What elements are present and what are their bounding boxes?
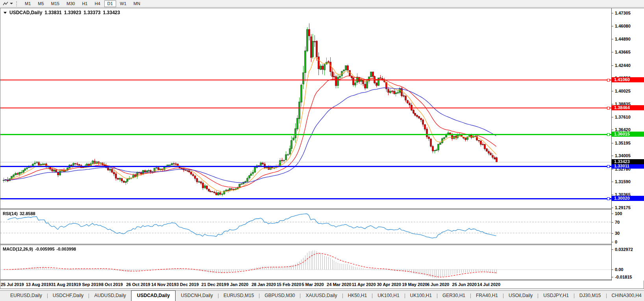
- chart-tab-audusd-daily[interactable]: AUDUSD,Daily: [89, 291, 131, 301]
- line-drag-marker[interactable]: [607, 79, 610, 82]
- pane-separator[interactable]: [0, 244, 644, 245]
- line-chart-icon: [3, 1, 9, 6]
- price-scale-label: 0.00: [615, 267, 623, 272]
- main-chart-canvas[interactable]: [0, 8, 611, 208]
- price-scale-label: 0.032972: [615, 247, 633, 252]
- price-scale-label: 70: [615, 220, 620, 225]
- date-axis-label: 9 Jan 2020: [226, 282, 248, 287]
- date-axis-label: 21 Dec 2019: [202, 282, 226, 287]
- line-drag-marker[interactable]: [607, 165, 610, 168]
- date-axis-label: 13 Aug 2019: [26, 282, 51, 287]
- horizontal-line-1.33011[interactable]: [0, 166, 611, 167]
- price-line-tag: 1.30020: [612, 196, 644, 201]
- price-scale-label: 1.46080: [615, 24, 631, 28]
- price-line-tag: 1.41060: [612, 77, 644, 82]
- date-axis-label: 25 Jun 2020: [452, 282, 477, 287]
- timeframe-button-h4[interactable]: H4: [91, 0, 103, 7]
- date-axis[interactable]: 25 Jul 201913 Aug 201931 Aug 201919 Sep …: [0, 281, 644, 288]
- timeframe-button-d1[interactable]: D1: [104, 0, 116, 7]
- horizontal-line-1.36015[interactable]: [0, 134, 611, 135]
- rsi-value: 32.8588: [20, 211, 35, 216]
- timeframe-button-m1[interactable]: M1: [22, 0, 34, 7]
- chart-tab-ger30-h1[interactable]: GER30,H1: [437, 291, 470, 301]
- chart-tab-bar: EURUSD,DailyUSDCHF,DailyAUDUSD,DailyUSDC…: [0, 290, 644, 301]
- timeframe-button-m30[interactable]: M30: [63, 0, 78, 7]
- price-scale-label: 1.29175: [615, 205, 631, 210]
- chart-tab-eurusd-daily[interactable]: EURUSD,Daily: [5, 291, 47, 301]
- price-line-tag: 1.33423: [612, 159, 644, 164]
- rsi-name: RSI(14): [3, 211, 18, 216]
- chart-tools-dropdown[interactable]: [2, 1, 14, 6]
- ohlc-close: 1.33423: [103, 10, 120, 15]
- price-scale-label: 100: [615, 211, 622, 216]
- date-axis-label: 14 Jul 2020: [477, 282, 500, 287]
- price-scale-label: 1.44890: [615, 37, 631, 41]
- chart-tab-fra40-h1[interactable]: FRA40,H1: [471, 291, 503, 301]
- price-scale-label: -0.01815: [615, 275, 632, 279]
- date-axis-label: 15 Feb 2020: [277, 282, 301, 287]
- price-scale-tick: [612, 104, 613, 104]
- date-axis-label: 30 Apr 2020: [377, 282, 401, 287]
- price-scale-tick: [612, 208, 613, 208]
- price-scale-label: 1.42440: [615, 63, 631, 68]
- date-axis-label: 26 Oct 2019: [126, 282, 150, 287]
- dropdown-caret-icon: [10, 3, 13, 4]
- date-axis-label: 19 May 2020: [402, 282, 427, 287]
- chart-tab-uk100-h1[interactable]: UK100,H1: [405, 291, 437, 301]
- date-axis-label: 11 Apr 2020: [352, 282, 376, 287]
- rsi-indicator-canvas[interactable]: [0, 210, 611, 244]
- chart-tab-gbpusd-m30[interactable]: GBPUSD,M30: [259, 291, 300, 301]
- chart-tab-usdchf-daily[interactable]: USDCHF,Daily: [48, 291, 89, 301]
- macd-name: MACD(12,26,9): [3, 247, 33, 251]
- price-scale-tick: [612, 182, 613, 182]
- timeframe-button-h1[interactable]: H1: [79, 0, 91, 7]
- price-scale-label: 1.47305: [615, 11, 631, 15]
- chart-tab-usdcnh-daily[interactable]: USDCNH,Daily: [176, 291, 218, 301]
- ohlc-low: 1.33373: [83, 10, 100, 15]
- line-drag-marker[interactable]: [607, 107, 610, 110]
- date-axis-label: 3 Dec 2019: [176, 282, 199, 287]
- chart-tab-usoil-daily[interactable]: USOil,Daily: [503, 291, 538, 301]
- macd-indicator-canvas[interactable]: [0, 245, 611, 279]
- ohlc-high: 1.33923: [64, 10, 81, 15]
- macd-value-main: -0.005995: [35, 247, 55, 251]
- date-axis-label: 28 Jan 2020: [252, 282, 276, 287]
- horizontal-line-1.38464[interactable]: [0, 108, 611, 108]
- chart-tab-china300-h4[interactable]: CHINA300,H4: [607, 291, 644, 301]
- line-drag-marker[interactable]: [607, 133, 610, 136]
- timeframe-button-m15[interactable]: M15: [48, 0, 63, 7]
- price-scale-tick: [612, 13, 613, 13]
- timeframe-button-group: M1M5M15M30H1H4D1W1MN: [21, 0, 144, 7]
- price-scale-tick: [612, 91, 613, 91]
- timeframe-button-m5[interactable]: M5: [35, 0, 47, 7]
- price-scale-label: 1.37610: [615, 115, 631, 119]
- price-scale-tick: [612, 214, 613, 214]
- horizontal-line-1.30020[interactable]: [0, 198, 611, 199]
- chart-title-row: USDCAD,Daily 1.33831 1.33923 1.33373 1.3…: [4, 10, 122, 15]
- chart-tab-hk50-h1[interactable]: HK50,H1: [343, 291, 372, 301]
- chart-tab-eurusd-m15[interactable]: EURUSD,M15: [218, 291, 259, 301]
- macd-value-signal: -0.003998: [57, 247, 76, 251]
- pane-separator[interactable]: [0, 208, 644, 210]
- mt4-terminal: { "toolbar": { "timeframes": ["M1","M5",…: [0, 0, 644, 301]
- chart-tab-usdcad-daily[interactable]: USDCAD,Daily: [131, 290, 176, 301]
- chart-tab-dj30-m15[interactable]: DJ30,M15: [574, 291, 606, 301]
- chart-tab-uk100-h1[interactable]: UK100,H1: [372, 291, 404, 301]
- horizontal-line-1.41060[interactable]: [0, 80, 611, 80]
- price-scale-tick: [612, 65, 613, 66]
- chart-tab-usdjpy-h1[interactable]: USDJPY,H1: [538, 291, 574, 301]
- timeframe-button-mn[interactable]: MN: [130, 0, 143, 7]
- timeframe-button-w1[interactable]: W1: [117, 0, 130, 7]
- price-scale-tick: [612, 39, 613, 39]
- price-scale-tick: [612, 233, 613, 234]
- price-scale-label: 0: [615, 240, 617, 244]
- price-scale[interactable]: 1.473051.460801.448901.436651.424401.412…: [611, 8, 644, 281]
- date-axis-label: 24 Mar 2020: [327, 282, 351, 287]
- price-scale-tick: [612, 117, 613, 117]
- chart-collapse-icon[interactable]: [4, 12, 7, 14]
- price-scale-tick: [612, 195, 613, 195]
- line-drag-marker[interactable]: [607, 197, 610, 200]
- price-scale-tick: [612, 130, 613, 130]
- chart-title: USDCAD,Daily: [9, 10, 42, 15]
- chart-tab-xauusd-daily[interactable]: XAUUSD,Daily: [300, 291, 342, 301]
